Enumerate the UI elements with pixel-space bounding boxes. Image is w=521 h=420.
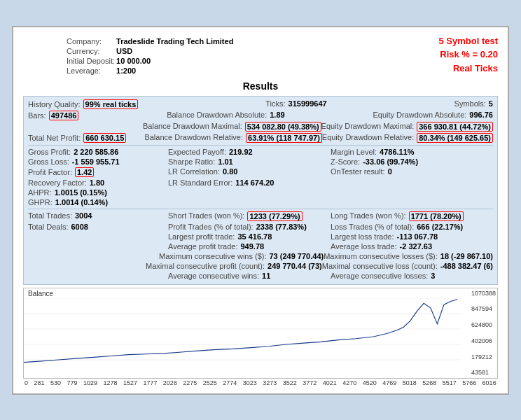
bars-value: 497486 (49, 111, 79, 120)
balance-dd-abs-label: Balance Drawdown Absolute: (167, 111, 267, 120)
row-largest: Largest profit trade: 35 416.78 Largest … (28, 232, 493, 241)
balance-dd-abs-value: 1.89 (270, 111, 284, 120)
top-right-label: 5 Symbol test Risk % = 0.20 Real Ticks (438, 34, 498, 76)
x-2774: 2774 (223, 379, 237, 386)
avg-consec-wins-label: Average consecutive wins: (168, 272, 259, 280)
short-trades-value: 1233 (77.29%) (247, 211, 302, 221)
history-quality-label: History Quality: (28, 100, 81, 108)
row-gross-loss: Gross Loss: -1 559 955.71 Sharpe Ratio: … (28, 158, 493, 166)
equity-dd-rel-label: Equity Drawdown Relative: (322, 133, 414, 143)
ghpr-group: GHPR: 1.0014 (0.14%) (28, 198, 168, 206)
short-trades-label: Short Trades (won %): (168, 211, 244, 221)
lr-corr-value: 0.80 (223, 167, 237, 177)
max-consec-wins-label: Maximum consecutive wins ($): (159, 252, 266, 260)
x-3522: 3522 (283, 379, 297, 386)
max-consec-wins-group: Maximum consecutive wins ($): 73 (249 77… (159, 252, 324, 260)
x-5517: 5517 (443, 379, 457, 386)
row-consec-wins: Maximum consecutive wins ($): 73 (249 77… (28, 252, 493, 260)
recovery-value: 1.80 (90, 178, 104, 187)
x-281: 281 (34, 379, 44, 386)
y-label-1: 43581 (471, 369, 496, 376)
row-dd-max: Balance Drawdown Maximal: 534 082.80 (49… (28, 122, 493, 132)
pf-group: Profit Factor: 1.42 (28, 167, 168, 177)
lr-std-label: LR Standard Error: (168, 178, 232, 187)
spacer2 (331, 178, 493, 187)
max-consec-losses-label: Maximum consecutive losses ($): (324, 252, 438, 260)
pf-value: 1.42 (75, 167, 94, 177)
ticks-group: Ticks: 315999647 (265, 99, 326, 109)
profit-trades-value: 2338 (77.83%) (256, 223, 307, 231)
y-label-5: 847594 (471, 305, 496, 312)
largest-profit-group: Largest profit trade: 35 416.78 (168, 232, 331, 241)
balance-dd-rel-value: 63.91% (118 747.97) (246, 133, 322, 143)
row-total-deals: Total Deals: 6008 Profit Trades (% of to… (28, 223, 493, 231)
equity-dd-max-value: 366 930.81 (44.72%) (417, 122, 493, 132)
results-title: Results (23, 80, 498, 92)
total-trades-group: Total Trades: 3004 (28, 211, 168, 221)
x-1777: 1777 (143, 379, 157, 386)
on-tester-label: OnTester result: (331, 167, 385, 177)
row-avg: Average profit trade: 949.78 Average los… (28, 242, 493, 251)
margin-level-label: Margin Level: (331, 148, 377, 156)
max-consec-losses-group: Maximum consecutive losses ($): 18 (-29 … (324, 252, 493, 260)
zscore-label: Z-Score: (331, 158, 360, 166)
spacer1 (28, 122, 143, 132)
total-trades-value: 3004 (75, 211, 92, 221)
divider2 (28, 209, 493, 209)
profit-trades-group: Profit Trades (% of total): 2338 (77.83%… (168, 223, 331, 231)
zscore-group: Z-Score: -33.06 (99.74%) (331, 158, 493, 166)
balance-dd-max-label: Balance Drawdown Maximal: (143, 122, 242, 132)
ticks-label: Ticks: (265, 99, 285, 109)
x-4769: 4769 (382, 379, 396, 386)
x-4021: 4021 (323, 379, 337, 386)
max-consec-loss-label: Maximal consecutive loss (count): (322, 262, 438, 270)
lr-std-value: 114 674.20 (235, 178, 274, 187)
on-tester-group: OnTester result: 0 (331, 167, 493, 177)
x-0: 0 (25, 379, 28, 386)
row-consec-profit: Maximal consecutive profit (count): 249 … (28, 262, 493, 270)
total-deals-group: Total Deals: 6008 (28, 223, 168, 231)
x-3772: 3772 (303, 379, 317, 386)
ticks-value: 315999647 (289, 99, 327, 109)
symbol-test-line: 5 Symbol test (438, 34, 498, 48)
main-container: 5 Symbol test Risk % = 0.20 Real Ticks C… (12, 26, 509, 395)
largest-profit-label: Largest profit trade: (168, 232, 235, 241)
symbols-group: Symbols: 5 (454, 99, 493, 109)
row-gross-profit: Gross Profit: 2 220 585.86 Expected Payo… (28, 148, 493, 156)
equity-dd-abs-label: Equity Drawdown Absolute: (373, 111, 466, 120)
currency-value: USD (116, 47, 233, 55)
net-profit-value: 660 630.15 (83, 133, 126, 143)
expected-payoff-label: Expected Payoff: (168, 148, 226, 156)
row-recovery: Recovery Factor: 1.80 LR Standard Error:… (28, 178, 493, 187)
x-5268: 5268 (422, 379, 436, 386)
max-consec-losses-value: 18 (-29 867.10) (440, 252, 493, 260)
row-ahpr: AHPR: 1.0015 (0.15%) (28, 188, 493, 197)
loss-trades-label: Loss Trades (% of total): (331, 223, 414, 231)
divider1 (28, 145, 493, 146)
spacer3 (28, 232, 168, 241)
x-axis-labels: 0 281 530 779 1029 1278 1527 1777 2026 2… (23, 379, 498, 386)
avg-consec-losses-label: Average consecutive losses: (331, 272, 428, 280)
max-consec-wins-value: 73 (249 770.44) (270, 252, 324, 260)
pf-label: Profit Factor: (28, 168, 72, 176)
largest-profit-value: 35 416.78 (237, 232, 272, 241)
x-530: 530 (50, 379, 61, 386)
lr-corr-group: LR Correlation: 0.80 (168, 167, 331, 177)
ahpr-value: 1.0015 (0.15%) (55, 188, 107, 197)
equity-dd-rel-value: 80.34% (149 625.65) (417, 133, 493, 143)
long-trades-value: 1771 (78.20%) (409, 211, 464, 221)
bars-group: Bars: 497486 (28, 111, 78, 120)
largest-loss-label: Largest loss trade: (331, 232, 394, 241)
company-value: Tradeslide Trading Tech Limited (116, 37, 233, 46)
history-quality-group: History Quality: 99% real ticks (28, 99, 138, 109)
gross-profit-label: Gross Profit: (28, 148, 71, 156)
symbols-label: Symbols: (454, 99, 486, 109)
zscore-value: -33.06 (99.74%) (363, 158, 418, 166)
loss-trades-group: Loss Trades (% of total): 666 (22.17%) (331, 223, 493, 231)
expected-payoff-group: Expected Payoff: 219.92 (168, 148, 331, 156)
total-trades-label: Total Trades: (28, 211, 72, 221)
x-4270: 4270 (342, 379, 356, 386)
max-consec-profit-group: Maximal consecutive profit (count): 249 … (146, 262, 322, 270)
max-consec-profit-value: 249 770.44 (73) (268, 262, 322, 270)
spacer5 (28, 252, 159, 260)
